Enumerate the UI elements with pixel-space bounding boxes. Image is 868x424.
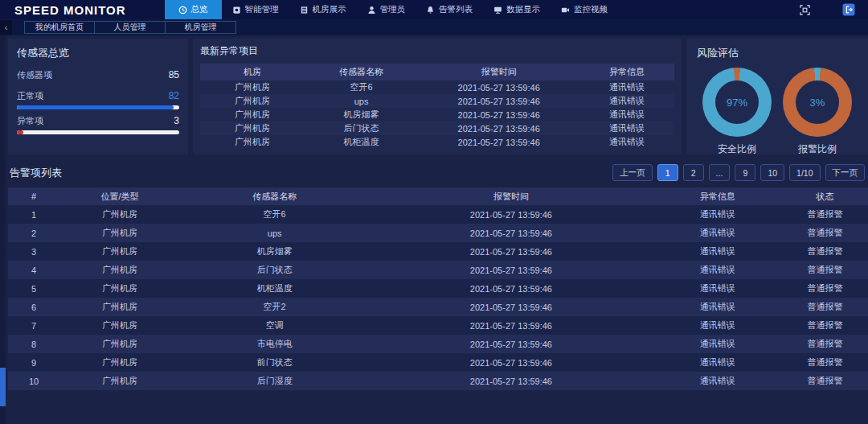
col-room: 机房	[200, 64, 305, 80]
table-row: 广州机房机柜温度2021-05-27 13:59:46通讯错误	[200, 135, 674, 149]
smart-management-icon	[232, 6, 241, 14]
fullscreen-icon[interactable]	[800, 5, 810, 15]
alarm-table: # 位置/类型 传感器名称 报警时间 异常信息 状态 1广州机房空开62021-…	[8, 187, 868, 390]
col-location-type: 位置/类型	[59, 187, 180, 205]
tab-room-home[interactable]: 我的机房首页	[24, 21, 95, 34]
alarm-ratio-chart: 3% 报警比例	[783, 68, 852, 156]
col-index: #	[8, 187, 59, 205]
menu-item-alarm-list[interactable]: 告警列表	[416, 0, 483, 19]
sensor-overview-panel: 传感器总览 传感器项 85 正常项 82 异常项 3	[8, 39, 188, 154]
table-row: 4广州机房后门状态2021-05-27 13:59:46通讯错误普通报警	[8, 261, 868, 279]
alarm-donut-value: 3%	[796, 80, 839, 124]
menu-item-video-monitor[interactable]: 监控视频	[551, 0, 618, 19]
collapse-sidebar-button[interactable]: ‹	[0, 20, 12, 35]
top-nav-actions	[800, 0, 868, 19]
logout-icon[interactable]	[842, 3, 855, 16]
table-row: 9广州机房前门状态2021-05-27 13:59:46通讯错误普通报警	[8, 353, 868, 372]
data-display-icon	[493, 6, 502, 14]
pagination-ellipsis[interactable]: ...	[709, 164, 731, 181]
table-header-row: # 位置/类型 传感器名称 报警时间 异常信息 状态	[8, 187, 868, 205]
col-abnormal-info: 异常信息	[653, 187, 782, 205]
sensor-total-row: 传感器项 85	[17, 69, 179, 81]
col-sensor-name: 传感器名称	[180, 187, 369, 205]
sensor-normal-value: 82	[169, 90, 179, 101]
pagination-prev-button[interactable]: 上一页	[612, 164, 653, 181]
left-rail	[0, 35, 6, 424]
abnormal-progress-fill	[17, 130, 23, 134]
tab-bar: ‹ 我的机房首页 人员管理 机房管理	[0, 19, 868, 35]
pagination-page-9[interactable]: 9	[735, 164, 755, 181]
abnormal-progress-bar	[17, 130, 179, 134]
alarm-list-title: 告警项列表	[10, 166, 62, 180]
menu-item-overview[interactable]: 总览	[165, 0, 222, 19]
menu-item-smart-management[interactable]: 智能管理	[222, 0, 289, 19]
latest-abnormal-title: 最新异常项目	[200, 44, 674, 58]
safety-ratio-chart: 97% 安全比例	[702, 68, 772, 156]
sensor-total-value: 85	[169, 69, 179, 80]
table-header-row: 机房 传感器名称 报警时间 异常信息	[200, 64, 674, 80]
camera-icon	[561, 6, 570, 14]
sensor-abnormal-row: 异常项 3	[17, 115, 179, 127]
safety-donut-caption: 安全比例	[718, 142, 756, 156]
normal-progress-bar	[17, 105, 179, 109]
table-row: 5广州机房机柜温度2021-05-27 13:59:46通讯错误普通报警	[8, 279, 868, 298]
sensor-normal-row: 正常项 82	[17, 90, 179, 102]
menu-item-room-display[interactable]: 机房展示	[289, 0, 357, 19]
table-row: 7广州机房空调2021-05-27 13:59:46通讯错误普通报警	[8, 316, 868, 335]
latest-abnormal-table: 机房 传感器名称 报警时间 异常信息 广州机房空开62021-05-27 13:…	[200, 64, 674, 149]
normal-progress-fill	[17, 105, 174, 109]
sensor-overview-title: 传感器总览	[17, 46, 179, 60]
table-row: 2广州机房ups2021-05-27 13:59:46通讯错误普通报警	[8, 224, 868, 242]
pagination-indicator: 1/10	[789, 164, 820, 181]
pagination-page-10[interactable]: 10	[760, 164, 784, 181]
main-content: 传感器总览 传感器项 85 正常项 82 异常项 3 最新异常项目	[0, 35, 868, 424]
table-row: 广州机房空开62021-05-27 13:59:46通讯错误	[200, 80, 674, 94]
alarm-donut-caption: 报警比例	[798, 142, 837, 156]
pagination-page-1[interactable]: 1	[657, 164, 678, 181]
latest-abnormal-panel: 最新异常项目 机房 传感器名称 报警时间 异常信息 广州机房空开62021-05…	[193, 39, 682, 154]
menu-item-admin[interactable]: 管理员	[357, 0, 416, 19]
table-row: 6广州机房空开22021-05-27 13:59:46通讯错误普通报警	[8, 298, 868, 316]
alarm-donut: 3%	[783, 68, 852, 137]
col-sensor-name: 传感器名称	[305, 64, 419, 80]
scrollbar-thumb[interactable]	[0, 368, 6, 406]
table-row: 8广州机房市电停电2021-05-27 13:59:46通讯错误普通报警	[8, 335, 868, 353]
risk-assessment-panel: 风险评估 97% 安全比例 3% 报警比例	[686, 39, 868, 154]
alarm-bell-icon	[426, 6, 435, 14]
admin-user-icon	[367, 6, 376, 14]
alarm-list-section: 告警项列表 上一页 1 2 ... 9 10 1/10 下一页 # 位置/类型 …	[8, 161, 868, 390]
menu-item-data-display[interactable]: 数据显示	[483, 0, 551, 19]
safety-donut-value: 97%	[715, 80, 759, 124]
app-logo: SPEED MONITOR	[0, 0, 144, 19]
col-status: 状态	[782, 187, 868, 205]
main-menu: 总览 智能管理 机房展示 管理员 告警列表 数据显示 监控视频	[165, 0, 619, 19]
col-alarm-time: 报警时间	[418, 64, 579, 80]
sensor-normal-label: 正常项	[17, 90, 43, 102]
risk-title: 风险评估	[697, 46, 858, 60]
pagination-next-button[interactable]: 下一页	[825, 164, 866, 181]
server-room-icon	[300, 6, 309, 14]
tab-room-management[interactable]: 机房管理	[166, 21, 236, 34]
table-row: 10广州机房后门湿度2021-05-27 13:59:46通讯错误普通报警	[8, 372, 868, 390]
table-row: 广州机房机房烟雾2021-05-27 13:59:46通讯错误	[200, 108, 674, 121]
col-alarm-time: 报警时间	[369, 187, 653, 205]
pagination-page-2[interactable]: 2	[683, 164, 704, 181]
top-nav-bar: SPEED MONITOR 总览 智能管理 机房展示 管理员 告警列表 数据显示	[0, 0, 868, 19]
sensor-abnormal-label: 异常项	[17, 115, 43, 127]
sensor-total-label: 传感器项	[17, 69, 52, 81]
table-row: 广州机房ups2021-05-27 13:59:46通讯错误	[200, 94, 674, 108]
col-abnormal-info: 异常信息	[579, 64, 674, 80]
table-row: 1广州机房空开62021-05-27 13:59:46通讯错误普通报警	[8, 205, 868, 224]
page-tabs: 我的机房首页 人员管理 机房管理	[24, 21, 236, 34]
tab-personnel-management[interactable]: 人员管理	[95, 21, 166, 34]
overview-icon	[178, 6, 187, 14]
pagination: 上一页 1 2 ... 9 10 1/10 下一页	[612, 164, 866, 181]
sensor-abnormal-value: 3	[174, 115, 179, 126]
safety-donut: 97%	[702, 68, 772, 137]
table-row: 广州机房后门状态2021-05-27 13:59:46通讯错误	[200, 121, 674, 135]
table-row: 3广州机房机房烟雾2021-05-27 13:59:46通讯错误普通报警	[8, 242, 868, 261]
